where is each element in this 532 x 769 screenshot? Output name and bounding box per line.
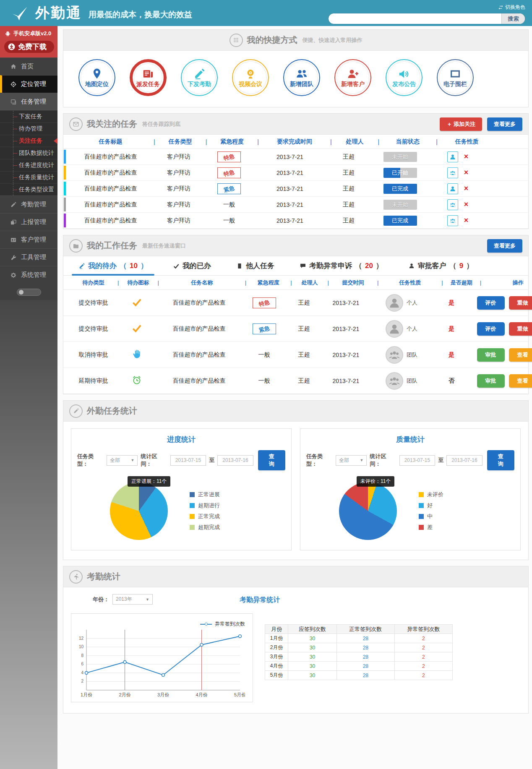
column-header-紧急程度: 紧急程度: [246, 279, 290, 287]
重做-button[interactable]: 重做: [509, 296, 532, 310]
followed-table-body: 百佳超市的产品检查客户拜访特急2013-7-21王超未开始×百佳超市的产品检查客…: [63, 149, 528, 229]
free-download-label: 免费下载: [18, 42, 47, 52]
attendance-cell: 3月份: [265, 652, 288, 662]
quick-action-派发任务[interactable]: 派发任务: [130, 59, 167, 96]
sidebar-item-任务管理[interactable]: 任务管理: [0, 93, 57, 110]
column-header-要求完成时间: 要求完成时间: [259, 138, 330, 146]
search-button[interactable]: 搜索: [501, 13, 525, 24]
delete-icon[interactable]: ×: [464, 152, 469, 161]
avatar: [386, 294, 403, 312]
status-badge[interactable]: 已完成: [383, 184, 417, 194]
tab-审批客户[interactable]: 审批客户（9）: [402, 256, 480, 275]
nature-wrap: 个人: [370, 320, 433, 338]
sidebar-collapse-toggle[interactable]: [17, 289, 41, 296]
tab-我的已办[interactable]: 我的已办: [166, 256, 218, 275]
sidebar-subitem-任务进度统计[interactable]: 任务进度统计: [0, 159, 57, 171]
date-from-input[interactable]: 2013-07-15: [399, 455, 436, 466]
query-button[interactable]: 查询: [258, 450, 285, 470]
sidebar-item-考勤管理[interactable]: 考勤管理: [0, 196, 57, 213]
tab-我的待办[interactable]: 我的待办（10）: [72, 256, 154, 275]
评价-button[interactable]: 评价: [477, 322, 505, 336]
free-download-button[interactable]: 免费下载: [4, 41, 54, 53]
attendance-cell: 28: [336, 671, 394, 680]
status-badge[interactable]: 未开始: [383, 200, 417, 210]
task-handler: 王超: [326, 217, 372, 224]
pie-chart: [110, 482, 168, 540]
task-type-select[interactable]: 全部▼: [107, 455, 138, 466]
delete-icon[interactable]: ×: [464, 200, 469, 209]
sidebar-item-上报管理[interactable]: 上报管理: [0, 213, 57, 231]
quick-action-新增客户[interactable]: 新增客户: [334, 59, 371, 96]
followed-more-button[interactable]: 查看更多: [487, 117, 522, 131]
sidebar-subitem-下发任务[interactable]: 下发任务: [0, 110, 57, 123]
quick-action-电子围栏[interactable]: 电子围栏: [437, 59, 474, 96]
评价-button[interactable]: 评价: [477, 296, 505, 310]
mappin-icon: [91, 68, 103, 80]
sidebar-subitem-任务质量统计[interactable]: 任务质量统计: [0, 171, 57, 183]
person-icon[interactable]: [447, 183, 458, 194]
审批-button[interactable]: 审批: [477, 374, 505, 388]
sidebar-item-首页[interactable]: 首页: [0, 57, 57, 75]
overdue-flag: 是: [433, 351, 470, 359]
task-type-select[interactable]: 全部▼: [336, 455, 367, 466]
svg-text:12: 12: [79, 636, 84, 641]
status-badge[interactable]: 未开始: [383, 152, 417, 162]
task-type-label: 任务类型：: [306, 453, 333, 468]
team-icon[interactable]: [447, 167, 458, 178]
quick-action-新增团队[interactable]: 新增团队: [283, 59, 320, 96]
nature-wrap: 个人: [370, 294, 433, 312]
quick-action-视频会议[interactable]: 视频会议: [232, 59, 269, 96]
person-icon[interactable]: [447, 151, 458, 162]
审批-button[interactable]: 审批: [477, 348, 505, 362]
sidebar-item-工具管理[interactable]: 工具管理: [0, 248, 57, 266]
delete-icon[interactable]: ×: [464, 168, 469, 177]
search-input[interactable]: [329, 13, 501, 24]
sidebar-subitem-任务类型设置[interactable]: 任务类型设置: [0, 183, 57, 196]
folder-icon: [69, 239, 83, 253]
sidebar-item-客户管理[interactable]: 客户管理: [0, 231, 57, 248]
year-value: 2013年: [116, 596, 132, 603]
delete-icon[interactable]: ×: [464, 184, 469, 193]
column-header-提交时间: 提交时间: [329, 279, 377, 287]
app-tagline: 用最低的成本，换最大的效益: [89, 6, 192, 20]
sidebar-subitem-团队数据统计[interactable]: 团队数据统计: [0, 147, 57, 159]
sidebar-item-系统管理[interactable]: 系统管理: [0, 266, 57, 284]
task-handler: 王超: [286, 351, 322, 359]
switch-role-link[interactable]: 切换角色: [498, 4, 525, 11]
team-icon[interactable]: [447, 215, 458, 226]
quick-action-下发考勤[interactable]: 下发考勤: [181, 59, 218, 96]
delete-icon[interactable]: ×: [464, 216, 469, 224]
task-urgency: 紧急: [204, 183, 254, 194]
tab-考勤异常申诉[interactable]: 考勤异常申诉（20）: [293, 256, 390, 275]
query-button[interactable]: 查询: [487, 450, 514, 470]
重做-button[interactable]: 重做: [509, 322, 532, 336]
add-follow-button[interactable]: ＋ 添加关注: [440, 117, 482, 131]
svg-text:10: 10: [79, 644, 84, 649]
attendance-cell: 28: [336, 652, 394, 662]
status-badge[interactable]: 已开始: [383, 168, 417, 178]
sidebar-item-label: 上报管理: [21, 218, 46, 226]
work-more-button[interactable]: 查看更多: [487, 239, 522, 253]
查看-button[interactable]: 查看: [509, 374, 532, 388]
tab-他人任务[interactable]: 他人任务: [229, 256, 281, 275]
sidebar-subitem-待办管理[interactable]: 待办管理: [0, 123, 57, 135]
查看-button[interactable]: 查看: [509, 348, 532, 362]
section-quick-shortcuts: 我的快捷方式 便捷、快速进入常用操作 地图定位派发任务下发考勤视频会议新增团队新…: [63, 29, 529, 107]
column-header-任务性质: 任务性质: [438, 138, 496, 146]
todo-icon-cell: [117, 375, 156, 387]
quick-action-地图定位[interactable]: 地图定位: [78, 59, 115, 96]
status-badge[interactable]: 已完成: [383, 216, 417, 226]
task-urgency: 紧急: [242, 323, 286, 334]
team-icon[interactable]: [447, 199, 458, 210]
sidebar-subitem-关注任务[interactable]: 关注任务: [0, 135, 57, 147]
date-to-input[interactable]: 2013-07-16: [446, 455, 482, 466]
year-select[interactable]: 2013年 ▼: [112, 594, 153, 605]
date-from-input[interactable]: 2013-07-15: [170, 455, 206, 466]
attendance-line-chart: 异常签到次数 246810121月份2月份3月份4月份5月份: [71, 613, 253, 702]
sidebar-item-定位管理[interactable]: 定位管理: [0, 75, 57, 93]
task-nature-cell: 团队: [370, 372, 433, 390]
quick-action-发布公告[interactable]: 发布公告: [386, 59, 422, 96]
date-to-input[interactable]: 2013-07-16: [217, 455, 253, 466]
legend-label: 好: [427, 502, 433, 509]
avatar: [386, 372, 403, 390]
